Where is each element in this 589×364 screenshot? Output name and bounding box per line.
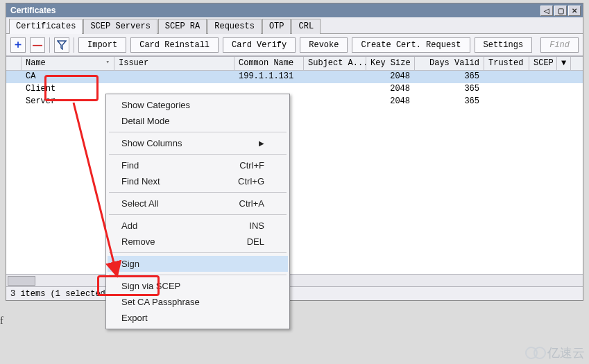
column-headers: Name ▾ Issuer Common Name Subject A... K… [6,57,583,71]
remove-icon[interactable]: — [30,37,45,53]
menu-remove[interactable]: RemoveDEL [108,234,288,250]
col-subject-alt[interactable]: Subject A... [304,57,366,70]
revoke-button[interactable]: Revoke [300,37,348,53]
tab-crl[interactable]: CRL [291,19,321,34]
submenu-arrow-icon: ▶ [259,139,264,147]
col-common-name[interactable]: Common Name [234,57,304,70]
card-reinstall-button[interactable]: Card Reinstall [130,37,219,53]
table-row[interactable]: Server 2048 365 [6,96,583,108]
import-button[interactable]: Import [78,37,126,53]
separator [74,37,74,53]
context-menu: Show Categories Detail Mode Show Columns… [105,94,290,329]
menu-separator [109,214,287,215]
col-trusted[interactable]: Trusted [484,57,529,70]
status-text: 3 items (1 selected) [10,289,110,299]
titlebar[interactable]: Certificates ◁ ▢ ✕ [6,3,583,17]
menu-select-all[interactable]: Select AllCtrl+A [108,196,288,211]
col-key-size[interactable]: Key Size [366,57,415,70]
certificates-grid: Name ▾ Issuer Common Name Subject A... K… [6,56,583,286]
scroll-thumb[interactable] [8,276,35,286]
watermark: 亿速云 [525,345,585,361]
tab-scep-ra[interactable]: SCEP RA [158,19,207,34]
menu-export[interactable]: Export [108,310,288,326]
titlebar-max-icon[interactable]: ▢ [554,6,567,16]
menu-find-next[interactable]: Find NextCtrl+G [108,173,288,189]
col-issuer[interactable]: Issuer [114,57,234,70]
table-row[interactable]: Client 2048 365 [6,83,583,96]
menu-separator [109,192,287,193]
titlebar-buttons: ◁ ▢ ✕ [540,6,583,16]
titlebar-close-icon[interactable]: ✕ [568,6,581,16]
table-row[interactable]: CA 199.1.1.131 2048 365 [6,71,583,83]
stray-letter: f [0,315,3,327]
watermark-text: 亿速云 [547,345,585,361]
menu-sign-via-scep[interactable]: Sign via SCEP [108,278,288,294]
menu-separator [109,132,287,132]
find-button[interactable]: Find [540,37,579,53]
add-icon[interactable]: ＋ [10,37,26,53]
grid-rows: CA 199.1.1.131 2048 365 Client 2048 365 [6,71,583,274]
menu-show-columns[interactable]: Show Columns ▶ [108,135,288,151]
menu-set-ca-passphrase[interactable]: Set CA Passphrase [108,294,288,310]
tab-certificates[interactable]: Certificates [9,19,83,34]
col-selector[interactable] [6,57,22,70]
col-scep[interactable]: SCEP [529,57,557,70]
menu-show-categories[interactable]: Show Categories [108,97,288,113]
watermark-ring-icon [533,347,546,359]
filter-icon[interactable] [54,37,69,53]
card-verify-button[interactable]: Card Verify [223,37,296,53]
horizontal-scrollbar[interactable] [6,274,583,286]
menu-separator [109,275,287,275]
window-title: Certificates [10,6,56,15]
menu-add[interactable]: AddINS [108,218,288,234]
sort-indicator-icon: ▾ [106,58,110,66]
tab-bar: Certificates SCEP Servers SCEP RA Reques… [6,17,583,34]
titlebar-back-icon[interactable]: ◁ [540,6,553,16]
col-days-valid[interactable]: Days Valid [415,57,484,70]
tab-otp[interactable]: OTP [262,19,291,34]
statusbar: 3 items (1 selected) [6,286,583,300]
menu-detail-mode[interactable]: Detail Mode [108,113,288,129]
tab-scep-servers[interactable]: SCEP Servers [83,19,157,34]
menu-find[interactable]: FindCtrl+F [108,157,288,173]
col-dropdown-icon[interactable]: ▼ [557,57,571,70]
create-cert-request-button[interactable]: Create Cert. Request [352,37,470,53]
tab-requests[interactable]: Requests [207,19,262,34]
settings-button[interactable]: Settings [475,37,533,53]
menu-sign[interactable]: Sign [108,256,288,272]
certificates-window: Certificates ◁ ▢ ✕ Certificates SCEP Ser… [6,3,583,301]
col-name[interactable]: Name ▾ [22,57,114,70]
separator [49,37,50,53]
menu-separator [109,154,287,155]
menu-separator [109,252,287,253]
toolbar: ＋ — Import Card Reinstall Card Verify Re… [6,34,583,56]
